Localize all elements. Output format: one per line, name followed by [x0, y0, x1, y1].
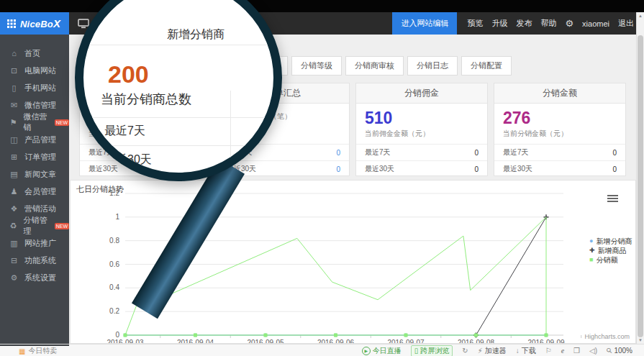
- svg-text:0: 0: [115, 331, 119, 339]
- statusbar-item-window[interactable]: ❐: [573, 347, 580, 355]
- sidebar-item-settings[interactable]: ⚙系统设置: [0, 269, 69, 286]
- distribution-icon: ♻: [9, 222, 18, 231]
- upgrade-link[interactable]: 升级: [491, 18, 507, 29]
- username-label[interactable]: xiaomei: [582, 19, 609, 28]
- statusbar-item-live[interactable]: ▶今日直播: [362, 346, 402, 356]
- chart-credits[interactable]: Highcharts.com: [584, 333, 630, 340]
- stat-card-row: 最近7天0: [494, 144, 625, 160]
- publish-link[interactable]: 发布: [516, 18, 532, 29]
- legend-label: 新增分销商: [596, 237, 632, 246]
- sidebar-item-member[interactable]: ♟会员管理: [0, 183, 69, 200]
- news-icon: ▤: [9, 170, 19, 179]
- statusbar-item-browser[interactable]: e: [561, 347, 564, 355]
- rocket-icon: ⚡: [478, 347, 483, 355]
- logout-link[interactable]: 退出: [618, 18, 634, 29]
- home-icon: ⌂: [9, 49, 19, 58]
- row-value: 0: [336, 165, 340, 173]
- product-icon: ◫: [9, 135, 19, 145]
- sidebar-item-news[interactable]: ▤新闻文章: [0, 165, 69, 183]
- statusbar-item-zoom[interactable]: ⚲100%: [607, 347, 632, 355]
- sidebar-item-wechat-marketing[interactable]: ⚑微信营销NEW: [0, 114, 69, 131]
- chart-legend: ●新增分销商✚新增商品■分销额: [589, 237, 632, 265]
- sidebar-item-label: 网站推广: [24, 238, 56, 249]
- window-icon: ❐: [573, 347, 580, 355]
- tab-4[interactable]: 分销配置: [461, 56, 512, 76]
- sidebar-item-order[interactable]: ⊞订单管理: [0, 148, 69, 165]
- svg-text:1: 1: [115, 213, 119, 221]
- preview-link[interactable]: 预览: [467, 18, 483, 29]
- scroll-down-arrow-icon[interactable]: ▼: [637, 338, 644, 342]
- scrollbar-thumb[interactable]: [638, 35, 643, 337]
- statusbar-item-cross-screen[interactable]: ▯跨屏浏览: [411, 345, 453, 356]
- svg-text:0.8: 0.8: [109, 237, 119, 245]
- statusbar-item-refresh[interactable]: ↻: [462, 347, 468, 355]
- stat-card-value: 510: [365, 109, 479, 127]
- help-link[interactable]: 帮助: [540, 18, 556, 29]
- sidebar-item-label: 系统设置: [24, 273, 56, 283]
- member-icon: ♟: [9, 187, 19, 196]
- stat-card-row: 最近7天0: [356, 144, 487, 160]
- order-icon: ⊞: [9, 152, 19, 162]
- chart-panel: 七日分销趋势 00.20.40.60.811.22016-09-032016-0…: [70, 180, 636, 344]
- row-value: 0: [336, 149, 340, 157]
- stat-card-3: 分销金额276当前分销金额（元）最近7天0最近30天0: [494, 83, 626, 176]
- legend-item-1[interactable]: ✚新增商品: [589, 246, 632, 255]
- sidebar-item-distribution[interactable]: ♻分销管理NEW: [0, 217, 69, 234]
- new-badge: NEW: [55, 223, 69, 229]
- statusbar-item-sound[interactable]: ◁): [589, 347, 597, 355]
- os-title-strip: [0, 0, 644, 12]
- svg-text:2016-09-06: 2016-09-06: [317, 339, 355, 343]
- sidebar-item-product[interactable]: ◫产品管理: [0, 131, 69, 148]
- svg-text:1.2: 1.2: [109, 189, 119, 197]
- stat-card-2: 分销佣金510当前佣金金额（元）最近7天0最近30天0: [355, 83, 488, 176]
- magnified-card-value: 200: [108, 60, 149, 88]
- sidebar-item-label: 功能系统: [24, 255, 56, 266]
- legend-item-2[interactable]: ■分销额: [589, 255, 632, 265]
- row-label: 最近7天: [365, 147, 391, 158]
- tab-3[interactable]: 分销日志: [407, 56, 458, 76]
- trend-line-chart: 00.20.40.60.811.22016-09-032016-09-04201…: [71, 181, 635, 343]
- speaker-icon: ◁): [589, 347, 597, 355]
- refresh-icon: ↻: [462, 347, 468, 355]
- page-scrollbar[interactable]: ▲ ▼: [636, 12, 644, 344]
- sidebar-item-mobile[interactable]: ▯手机网站: [0, 79, 69, 96]
- sidebar-item-promotion[interactable]: ▥网站推广: [0, 234, 69, 252]
- row-value: 0: [612, 149, 617, 157]
- statusbar-item-booster[interactable]: ⚡加速器: [478, 346, 507, 356]
- tab-2[interactable]: 分销商审核: [345, 56, 404, 76]
- row-value: 0: [474, 165, 479, 173]
- gear-icon[interactable]: ⚙: [565, 18, 573, 29]
- sidebar-item-label: 新闻文章: [24, 169, 56, 180]
- wechat-icon: ✉: [9, 101, 19, 110]
- campaign-icon: ❖: [9, 204, 19, 214]
- svg-text:0.6: 0.6: [109, 260, 119, 268]
- sidebar-item-function[interactable]: ⊟功能系统: [0, 252, 69, 269]
- statusbar-item-label: 跨屏浏览: [420, 346, 449, 356]
- statusbar-item-flag[interactable]: ⚐: [545, 347, 552, 355]
- statusbar-item-label: 加速器: [485, 346, 507, 356]
- svg-text:0.4: 0.4: [109, 283, 119, 291]
- sidebar-item-home[interactable]: ⌂首页: [0, 45, 69, 62]
- app-logo[interactable]: NiceBoX: [0, 12, 69, 35]
- sidebar-item-label: 电脑网站: [24, 65, 56, 76]
- row-label: 最近30天: [365, 164, 394, 174]
- sidebar-item-label: 微信营销: [24, 111, 52, 133]
- promotion-icon: ▥: [9, 239, 19, 248]
- browser-status-bar: ▦ 今日特卖 ▶今日直播▯跨屏浏览↻⚡加速器↓下载⚐e❐◁)⚲100%: [0, 344, 644, 356]
- sidebar-item-desktop[interactable]: ⊡电脑网站: [0, 62, 69, 79]
- desktop-icon: ⊡: [9, 66, 19, 76]
- stat-card-row: 最近30天0: [356, 160, 487, 177]
- svg-text:2016-09-08: 2016-09-08: [458, 339, 495, 343]
- statusbar-item-label: 100%: [614, 347, 632, 355]
- today-sale-item[interactable]: ▦ 今日特卖: [19, 346, 57, 356]
- magnified-card-caption: 当前分销商总数: [101, 91, 191, 108]
- statusbar-item-download[interactable]: ↓下载: [516, 346, 536, 356]
- sidebar-item-label: 分销管理: [24, 215, 52, 237]
- tab-1[interactable]: 分销等级: [291, 56, 342, 76]
- enter-site-editor-button[interactable]: 进入网站编辑: [392, 12, 457, 35]
- svg-text:2016-09-03: 2016-09-03: [106, 339, 144, 343]
- scroll-up-arrow-icon[interactable]: ▲: [637, 14, 644, 18]
- stat-card-value: 276: [503, 109, 617, 127]
- legend-item-0[interactable]: ●新增分销商: [589, 237, 632, 246]
- statusbar-item-label: 今日直播: [373, 346, 402, 356]
